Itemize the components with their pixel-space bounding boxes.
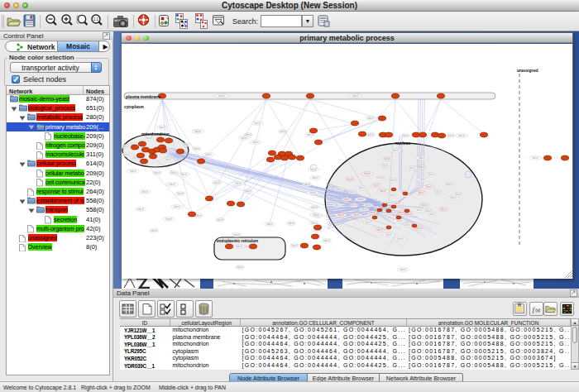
svg-text:lab-el: lab-el: [369, 211, 376, 214]
svg-text:lab-el: lab-el: [532, 156, 538, 160]
svg-text:cytoplasm: cytoplasm: [124, 105, 144, 109]
svg-text:lab-el: lab-el: [364, 172, 371, 175]
svg-text:lab-el: lab-el: [146, 136, 152, 140]
svg-text:lab-el: lab-el: [141, 190, 148, 194]
svg-text:lab-el: lab-el: [377, 176, 384, 179]
svg-text:unassigned: unassigned: [517, 69, 538, 73]
svg-text:lab-el: lab-el: [336, 188, 342, 191]
svg-text:lab-el: lab-el: [174, 205, 180, 208]
svg-text:lab-el: lab-el: [419, 178, 426, 181]
svg-text:lab-el: lab-el: [349, 190, 356, 194]
svg-text:lab-el: lab-el: [352, 94, 359, 98]
svg-text:lab-el: lab-el: [151, 229, 157, 232]
svg-text:lab-el: lab-el: [194, 130, 201, 133]
svg-text:lab-el: lab-el: [357, 198, 364, 201]
svg-text:lab-el: lab-el: [236, 245, 242, 248]
svg-text:lab-el: lab-el: [416, 208, 423, 212]
svg-text:lab-el: lab-el: [311, 222, 318, 225]
svg-text:lab-el: lab-el: [450, 196, 457, 199]
svg-text:lab-el: lab-el: [245, 189, 251, 193]
svg-text:lab-el: lab-el: [434, 190, 441, 194]
svg-text:lab-el: lab-el: [288, 222, 294, 225]
svg-text:lab-el: lab-el: [170, 171, 177, 174]
svg-text:lab-el: lab-el: [291, 244, 298, 247]
svg-text:lab-el: lab-el: [180, 173, 187, 176]
svg-text:lab-el: lab-el: [440, 208, 447, 211]
svg-text:lab-el: lab-el: [385, 233, 392, 237]
svg-text:lab-el: lab-el: [458, 134, 465, 137]
svg-text:lab-el: lab-el: [310, 168, 317, 171]
svg-text:lab-el: lab-el: [404, 223, 411, 227]
svg-text:lab-el: lab-el: [205, 153, 212, 156]
svg-text:lab-el: lab-el: [233, 233, 240, 237]
svg-text:lab-el: lab-el: [367, 117, 374, 120]
svg-text:lab-el: lab-el: [235, 182, 242, 185]
svg-text:lab-el: lab-el: [159, 126, 165, 129]
svg-text:lab-el: lab-el: [418, 191, 424, 194]
svg-text:lab-el: lab-el: [266, 222, 273, 226]
svg-text:lab-el: lab-el: [421, 203, 428, 207]
svg-text:lab-el: lab-el: [254, 122, 261, 125]
svg-text:lab-el: lab-el: [351, 203, 357, 207]
svg-text:lab-el: lab-el: [245, 133, 251, 136]
svg-text:lab-el: lab-el: [389, 194, 395, 197]
svg-text:lab-el: lab-el: [358, 186, 365, 189]
svg-text:lab-el: lab-el: [307, 133, 313, 136]
svg-text:lab-el: lab-el: [137, 208, 144, 211]
svg-text:lab-el: lab-el: [446, 183, 452, 186]
svg-text:lab-el: lab-el: [384, 157, 390, 160]
svg-text:lab-el: lab-el: [428, 173, 434, 176]
svg-text:lab-el: lab-el: [353, 213, 360, 217]
svg-text:lab-el: lab-el: [130, 170, 136, 173]
svg-text:lab-el: lab-el: [123, 153, 130, 156]
svg-text:lab-el: lab-el: [361, 208, 367, 211]
svg-text:lab-el: lab-el: [365, 203, 371, 207]
svg-text:lab-el: lab-el: [398, 211, 404, 214]
svg-text:lab-el: lab-el: [312, 176, 318, 179]
svg-text:lab-el: lab-el: [380, 189, 386, 193]
svg-text:lab-el: lab-el: [213, 181, 220, 184]
svg-text:lab-el: lab-el: [343, 198, 350, 201]
svg-text:lab-el: lab-el: [347, 178, 353, 181]
svg-text:lab-el: lab-el: [390, 179, 396, 182]
svg-text:lab-el: lab-el: [165, 158, 171, 161]
svg-text:lab-el: lab-el: [405, 213, 412, 216]
svg-text:lab-el: lab-el: [376, 228, 383, 232]
svg-text:lab-el: lab-el: [165, 218, 172, 221]
svg-text:lab-el: lab-el: [280, 130, 286, 133]
svg-text:endoplasmic reticulum: endoplasmic reticulum: [217, 239, 258, 243]
svg-text:lab-el: lab-el: [241, 136, 247, 140]
svg-text:lab-el: lab-el: [334, 203, 341, 207]
svg-text:lab-el: lab-el: [195, 214, 202, 218]
svg-text:Search:: Search:: [232, 17, 258, 26]
svg-text:lab-el: lab-el: [169, 183, 175, 186]
svg-text:lab-el: lab-el: [397, 237, 404, 241]
svg-text:lab-el: lab-el: [194, 147, 200, 151]
svg-text:lab-el: lab-el: [419, 156, 425, 160]
svg-text:lab-el: lab-el: [304, 183, 310, 186]
svg-text:lab-el: lab-el: [154, 171, 160, 174]
svg-text:lab-el: lab-el: [396, 219, 403, 222]
svg-text:lab-el: lab-el: [182, 143, 189, 146]
svg-text:lab-el: lab-el: [373, 184, 380, 187]
svg-text:lab-el: lab-el: [400, 268, 406, 271]
svg-text:(x): (x): [535, 308, 540, 313]
svg-text:lab-el: lab-el: [381, 164, 388, 167]
svg-text:lab-el: lab-el: [428, 213, 435, 216]
svg-text:lab-el: lab-el: [217, 218, 223, 222]
svg-text:nucleus: nucleus: [395, 141, 410, 146]
svg-text:lab-el: lab-el: [367, 133, 374, 136]
svg-text:lab-el: lab-el: [252, 141, 259, 144]
svg-text:lab-el: lab-el: [313, 213, 319, 217]
svg-text:lab-el: lab-el: [237, 265, 243, 269]
svg-text:mitochondrion: mitochondrion: [141, 132, 170, 136]
svg-text:lab-el: lab-el: [409, 166, 415, 170]
svg-text:lab-el: lab-el: [365, 221, 371, 224]
svg-text:plasma membrane: plasma membrane: [126, 95, 160, 99]
svg-text:lab-el: lab-el: [419, 165, 425, 169]
svg-text:lab-el: lab-el: [394, 202, 400, 205]
svg-text:lab-el: lab-el: [122, 145, 129, 148]
svg-text:lab-el: lab-el: [402, 134, 409, 137]
svg-text:lab-el: lab-el: [425, 185, 432, 189]
svg-text:1:1: 1:1: [93, 17, 99, 22]
